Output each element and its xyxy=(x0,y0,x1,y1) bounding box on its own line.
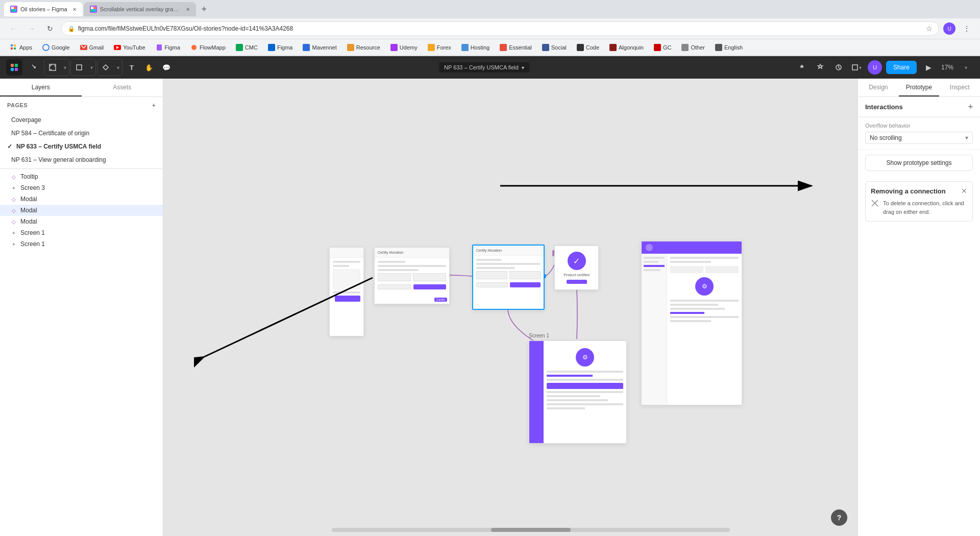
frame-certify1[interactable]: Certify #location xyxy=(374,247,450,304)
frame-large-right[interactable]: ⚙ xyxy=(641,241,742,405)
frame-product[interactable]: ✓ Product certified xyxy=(554,246,599,290)
layer-modal1[interactable]: ◇ Modal xyxy=(0,193,163,205)
selected-element-label[interactable]: NP 633 – Certify USMCA field ▾ xyxy=(439,62,529,72)
add-page-button[interactable]: + xyxy=(152,102,156,108)
product-btn xyxy=(567,280,587,284)
fill-icon-button[interactable] xyxy=(794,59,810,76)
bookmark-hosting[interactable]: Hosting xyxy=(457,42,494,53)
overflow-select[interactable]: No scrolling ▾ xyxy=(865,132,973,144)
frame-left-partial[interactable] xyxy=(329,247,364,336)
layer-screen1a[interactable]: + Screen 1 xyxy=(0,227,163,238)
add-interaction-button[interactable]: + xyxy=(968,102,973,111)
hosting-icon xyxy=(461,44,469,51)
page-np633[interactable]: ✓ NP 633 – Certify USMCA field xyxy=(0,140,163,153)
lc-fields xyxy=(670,266,739,273)
address-bar[interactable]: 🔒 figma.com/file/fiMSstweEULfn0vE78XGsu/… xyxy=(61,21,939,36)
tab-layers[interactable]: Layers xyxy=(0,79,82,96)
bookmark-algonquin[interactable]: Algonquin xyxy=(605,42,648,53)
play-button[interactable]: ▶ xyxy=(921,59,937,76)
tab-oil-stories[interactable]: Oil stories – Figma ✕ xyxy=(4,2,83,16)
component-button[interactable]: ▾ xyxy=(849,59,864,76)
frame-tool-dropdown[interactable]: ▾ xyxy=(61,59,69,76)
page-np584[interactable]: NP 584 – Certificate of origin xyxy=(0,127,163,140)
frame-screen1[interactable]: ⚙ xyxy=(529,340,627,444)
zoom-dropdown[interactable]: ▾ xyxy=(958,59,974,76)
shape-tool-dropdown[interactable]: ▾ xyxy=(87,59,95,76)
tab-close-oil[interactable]: ✕ xyxy=(72,7,77,12)
frame-certify2[interactable]: Certify #location xyxy=(472,245,545,310)
bookmark-essential[interactable]: Essential xyxy=(496,42,536,53)
screen1-wrapper: Screen 1 ⚙ xyxy=(529,333,627,444)
bookmark-code[interactable]: Code xyxy=(573,42,603,53)
svg-rect-9 xyxy=(11,47,13,50)
back-button[interactable]: ← xyxy=(6,21,20,36)
layer-modal3[interactable]: ◇ Modal xyxy=(0,216,163,227)
hand-tool-button[interactable]: ✋ xyxy=(141,59,157,76)
pen-tool-button[interactable] xyxy=(97,59,114,76)
share-button[interactable]: Share xyxy=(886,61,917,74)
social-icon xyxy=(542,44,549,51)
tab-close-scrollable[interactable]: ✕ xyxy=(186,7,190,12)
mockup-body-certify1 xyxy=(375,258,449,304)
layer-tooltip[interactable]: ◇ Tooltip xyxy=(0,171,163,182)
new-tab-button[interactable]: + xyxy=(197,2,211,16)
page-np633-check: ✓ xyxy=(7,143,12,150)
layer-modal2[interactable]: ◇ Modal xyxy=(0,205,163,216)
canvas-scrollbar[interactable] xyxy=(332,528,730,532)
tab-design[interactable]: Design xyxy=(858,79,899,96)
bookmark-social[interactable]: Social xyxy=(538,42,571,53)
scrollbar-thumb[interactable] xyxy=(491,528,571,532)
bookmark-td[interactable]: CMC xyxy=(232,42,262,53)
frame-tool-button[interactable] xyxy=(44,59,61,76)
help-button[interactable]: ? xyxy=(831,509,847,526)
page-coverpage[interactable]: Coverpage xyxy=(0,113,163,127)
bookmark-gc[interactable]: GC xyxy=(650,42,676,53)
comment-tool-button[interactable]: 💬 xyxy=(158,59,175,76)
lc-circle-icon: ⚙ xyxy=(702,283,707,290)
bookmark-english[interactable]: English xyxy=(711,42,747,53)
tab-inspect[interactable]: Inspect xyxy=(939,79,980,96)
tab-scrollable[interactable]: Scrollable vertical overlay graye... ✕ xyxy=(84,2,196,16)
shape-tool-button[interactable] xyxy=(71,59,87,76)
layer-screen1b[interactable]: + Screen 1 xyxy=(0,238,163,250)
tab-assets[interactable]: Assets xyxy=(82,79,163,96)
text-tool-button[interactable]: T xyxy=(124,59,140,76)
reload-button[interactable]: ↻ xyxy=(43,21,57,36)
canvas[interactable]: Certify #location xyxy=(163,79,857,536)
bookmark-youtube[interactable]: YouTube xyxy=(110,42,149,53)
removing-close-button[interactable]: ✕ xyxy=(961,187,967,195)
bookmark-apps[interactable]: Apps xyxy=(6,42,36,53)
view-mode-button[interactable] xyxy=(830,59,847,76)
forward-button[interactable]: → xyxy=(24,21,39,36)
figma-logo-button[interactable] xyxy=(6,59,22,76)
bookmark-resource[interactable]: Resource xyxy=(343,42,384,53)
bookmark-google[interactable]: Google xyxy=(38,42,74,53)
bookmark-cmc[interactable]: Figma xyxy=(264,42,297,53)
bookmark-figma-label: Figma xyxy=(165,44,181,51)
tab-prototype[interactable]: Prototype xyxy=(899,79,940,96)
page-np631[interactable]: NP 631 – View general onboarding xyxy=(0,153,163,166)
bookmark-mavennet[interactable]: Mavennet xyxy=(299,42,340,53)
cancel-mock xyxy=(378,284,411,289)
show-prototype-button[interactable]: Show prototype settings xyxy=(865,155,973,171)
bookmark-flowmapp[interactable]: FlowMapp xyxy=(186,42,230,53)
bookmark-udemy[interactable]: Udemy xyxy=(386,42,422,53)
text-tool-icon: T xyxy=(130,64,134,71)
layer-screen3[interactable]: + Screen 3 xyxy=(0,182,163,193)
bookmark-star-icon[interactable]: ☆ xyxy=(926,25,933,33)
figma-app: ▾ ▾ ▾ T ✋ 💬 xyxy=(0,56,980,536)
big-arrow-right xyxy=(495,165,827,206)
gradient-icon-button[interactable] xyxy=(812,59,828,76)
bookmark-other[interactable]: Other xyxy=(677,42,709,53)
pen-tool-dropdown[interactable]: ▾ xyxy=(114,59,122,76)
bookmark-figma[interactable]: Figma xyxy=(152,42,185,53)
profile-avatar[interactable]: U xyxy=(943,22,955,35)
mockup-line-2 xyxy=(333,265,349,267)
move-tool-button[interactable] xyxy=(27,59,43,76)
extensions-button[interactable]: ⋮ xyxy=(960,21,974,36)
tab-favicon-scrollable xyxy=(90,6,97,13)
svg-rect-43 xyxy=(852,65,857,70)
svg-rect-16 xyxy=(157,44,162,51)
bookmark-forex[interactable]: Forex xyxy=(424,42,455,53)
bookmark-gmail[interactable]: Gmail xyxy=(76,42,108,53)
